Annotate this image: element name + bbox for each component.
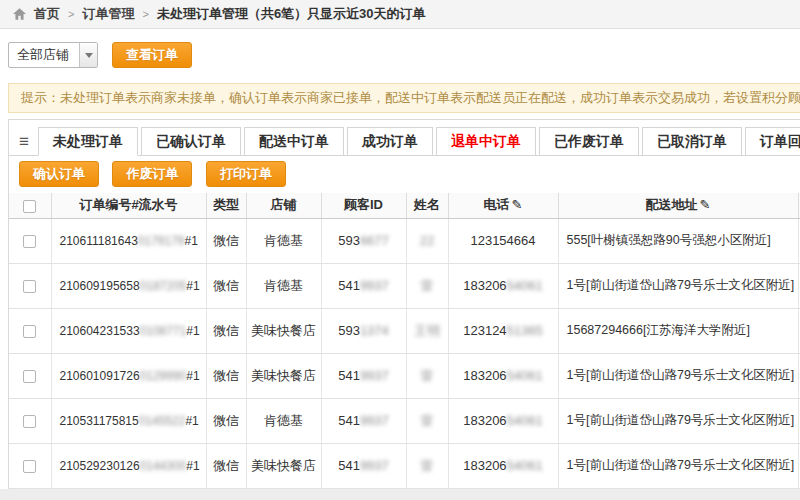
tab-3[interactable]: 配送中订单 [244,127,344,156]
row-checkbox[interactable] [23,280,36,293]
header-order-no: 订单编号#流水号 [51,193,206,218]
breadcrumb-separator: > [142,8,148,20]
order-number-cell: 2106091956580187205#1 [51,263,206,308]
table-row: 2105292301260144300#1 微信 美味快餐店 5419937 雷… [9,443,800,488]
row-checkbox-cell [9,263,51,308]
shop-cell: 肯德基 [246,263,321,308]
name-cell: 雷 [406,398,448,443]
table-row: 2106042315330108771#1 微信 美味快餐店 5931374 王… [9,308,800,353]
breadcrumb-section[interactable]: 订单管理 [82,5,134,23]
view-orders-button[interactable]: 查看订单 [112,42,192,68]
row-checkbox[interactable] [23,235,36,248]
name-cell: 22 [406,218,448,263]
hint-banner: 提示：未处理订单表示商家未接单，确认订单表示商家已接单，配送中订单表示配送员正在… [8,83,800,113]
order-table-body: 2106111816430179179#1 微信 肯德基 5936677 22 … [9,218,800,488]
void-order-button[interactable]: 作废订单 [112,161,192,187]
phone-cell: 18320654061 [448,353,558,398]
tab-7[interactable]: 已取消订单 [642,127,742,156]
tab-2[interactable]: 已确认订单 [141,127,241,156]
phone-cell: 123154664 [448,218,558,263]
header-name: 姓名 [406,193,448,218]
table-row: 2106111816430179179#1 微信 肯德基 5936677 22 … [9,218,800,263]
type-cell: 微信 [206,353,246,398]
row-checkbox[interactable] [23,325,36,338]
tab-4[interactable]: 成功订单 [347,127,433,156]
header-address: 配送地址✎ [558,193,798,218]
table-header-row: 订单编号#流水号 类型 店铺 顾客ID 姓名 电话✎ 配送地址✎ 下 [9,193,800,218]
address-cell: 1号[前山街道岱山路79号乐士文化区附近] [558,398,798,443]
address-cell: 1号[前山街道岱山路79号乐士文化区附近] [558,353,798,398]
order-number-cell: 2106111816430179179#1 [51,218,206,263]
header-type: 类型 [206,193,246,218]
page-title: 未处理订单管理（共6笔）只显示近30天的订单 [157,5,426,23]
tab-6[interactable]: 已作废订单 [539,127,639,156]
header-shop: 店铺 [246,193,321,218]
type-cell: 微信 [206,398,246,443]
name-cell: 雷 [406,443,448,488]
address-cell: 555[叶榭镇强恕路90号强恕小区附近] [558,218,798,263]
row-checkbox-cell [9,308,51,353]
name-cell: 雷 [406,353,448,398]
shop-cell: 肯德基 [246,398,321,443]
row-checkbox[interactable] [23,415,36,428]
home-icon [13,8,26,20]
edit-icon: ✎ [700,197,711,212]
order-number-cell: 2106042315330108771#1 [51,308,206,353]
address-cell: 1号[前山街道岱山路79号乐士文化区附近] [558,443,798,488]
breadcrumb-separator: > [68,8,74,20]
order-number-cell: 2105311758150145522#1 [51,398,206,443]
shop-cell: 美味快餐店 [246,353,321,398]
tab-strip: ≡ 未处理订单已确认订单配送中订单成功订单退单中订单已作废订单已取消订单订单回收… [9,120,800,156]
phone-cell: 12312451365 [448,308,558,353]
tab-8[interactable]: 订单回收站 [745,127,800,156]
shop-cell: 肯德基 [246,218,321,263]
order-number-cell: 2105292301260144300#1 [51,443,206,488]
address-cell: 1号[前山街道岱山路79号乐士文化区附近] [558,263,798,308]
phone-cell: 18320654061 [448,398,558,443]
customer-id-cell: 5419937 [321,398,406,443]
table-row: 2105311758150145522#1 微信 肯德基 5419937 雷 1… [9,398,800,443]
tab-5[interactable]: 退单中订单 [436,127,536,156]
phone-cell: 18320654061 [448,443,558,488]
type-cell: 微信 [206,218,246,263]
confirm-order-button[interactable]: 确认订单 [19,161,99,187]
customer-id-cell: 5419937 [321,353,406,398]
shop-filter-value: 全部店铺 [9,43,79,67]
name-cell: 王明 [406,308,448,353]
header-checkbox-cell [9,193,51,218]
header-phone: 电话✎ [448,193,558,218]
row-checkbox[interactable] [23,370,36,383]
select-all-checkbox[interactable] [23,200,36,213]
type-cell: 微信 [206,308,246,353]
page-background [0,489,800,500]
name-cell: 雷 [406,263,448,308]
shop-filter-select[interactable]: 全部店铺 [8,42,98,68]
row-checkbox[interactable] [23,460,36,473]
table-row: 2106010917260129990#1 微信 美味快餐店 5419937 雷… [9,353,800,398]
shop-cell: 美味快餐店 [246,308,321,353]
customer-id-cell: 5419937 [321,263,406,308]
phone-cell: 18320654061 [448,263,558,308]
row-checkbox-cell [9,443,51,488]
type-cell: 微信 [206,263,246,308]
orders-panel: ≡ 未处理订单已确认订单配送中订单成功订单退单中订单已作废订单已取消订单订单回收… [8,119,800,489]
row-checkbox-cell [9,398,51,443]
action-bar: 确认订单 作废订单 打印订单 [9,156,800,193]
type-cell: 微信 [206,443,246,488]
shop-cell: 美味快餐店 [246,443,321,488]
tab-1[interactable]: 未处理订单 [38,127,138,156]
table-row: 2106091956580187205#1 微信 肯德基 5419937 雷 1… [9,263,800,308]
breadcrumb: 首页 > 订单管理 > 未处理订单管理（共6笔）只显示近30天的订单 [0,0,800,29]
breadcrumb-home[interactable]: 首页 [34,5,60,23]
row-checkbox-cell [9,218,51,263]
print-order-button[interactable]: 打印订单 [206,161,286,187]
dropdown-arrow-icon [79,43,97,67]
tab-strip-tabs: 未处理订单已确认订单配送中订单成功订单退单中订单已作废订单已取消订单订单回收站 [38,127,800,155]
orders-table: 订单编号#流水号 类型 店铺 顾客ID 姓名 电话✎ 配送地址✎ 下 21061… [9,193,800,489]
header-customer-id: 顾客ID [321,193,406,218]
edit-icon: ✎ [512,197,523,212]
row-checkbox-cell [9,353,51,398]
toolbar: 全部店铺 查看订单 [0,29,800,81]
order-number-cell: 2106010917260129990#1 [51,353,206,398]
menu-icon[interactable]: ≡ [15,132,38,155]
